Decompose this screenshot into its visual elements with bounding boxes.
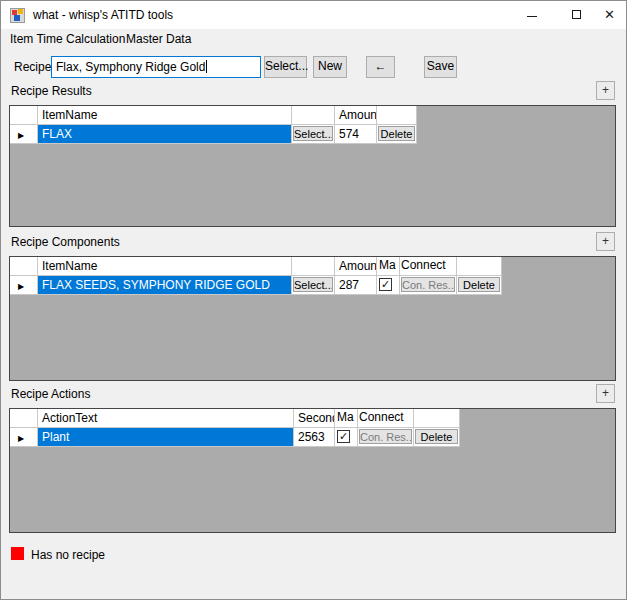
results-delete-button[interactable]: Delete: [378, 126, 415, 141]
components-delete-cell: Delete: [457, 276, 502, 295]
actions-header-actiontext[interactable]: ActionText: [38, 409, 294, 428]
actions-delete-button[interactable]: Delete: [415, 429, 458, 444]
results-delete-cell: Delete: [377, 125, 417, 144]
add-component-button[interactable]: +: [596, 232, 615, 251]
results-grid: ItemName Amount ▶ FLAX Select... 574 Del…: [9, 105, 616, 227]
close-icon: ✕: [604, 7, 615, 22]
results-select-cell: Select...: [292, 125, 335, 144]
minimize-button[interactable]: [509, 1, 554, 29]
actions-header-row: ActionText Seconds Ma Connect: [10, 409, 615, 428]
menu-bar: Item Time Calculation Master Data: [1, 29, 626, 50]
components-grid: ItemName Amount Ma Connect ▶ FLAX SEEDS,…: [9, 256, 616, 381]
window-title: what - whisp's ATITD tools: [33, 8, 173, 22]
row-arrow-icon: ▶: [18, 282, 24, 291]
legend-color-swatch: [11, 547, 24, 560]
results-itemname-cell[interactable]: FLAX: [38, 125, 292, 144]
close-button[interactable]: ✕: [591, 1, 627, 29]
app-icon: [10, 8, 25, 23]
results-select-button[interactable]: Select...: [293, 126, 333, 141]
results-header-select[interactable]: [292, 106, 335, 125]
components-itemname-cell[interactable]: FLAX SEEDS, SYMPHONY RIDGE GOLD: [38, 276, 292, 295]
actions-row: ▶ Plant 2563 ✓ Con. Res... Delete: [10, 428, 615, 447]
checked-checkbox[interactable]: ✓: [337, 430, 350, 443]
components-row-selector[interactable]: ▶: [10, 276, 38, 295]
components-header-select[interactable]: [292, 257, 335, 276]
results-row-selector[interactable]: ▶: [10, 125, 38, 144]
components-delete-button[interactable]: Delete: [458, 277, 500, 292]
actions-connect-cell: Con. Res...: [358, 428, 414, 447]
results-header-amount[interactable]: Amount: [335, 106, 377, 125]
results-header-delete[interactable]: [377, 106, 417, 125]
checked-checkbox[interactable]: ✓: [379, 278, 392, 291]
actions-header-delete[interactable]: [414, 409, 460, 428]
title-bar: what - whisp's ATITD tools ✕: [1, 1, 626, 29]
maximize-icon: [572, 10, 581, 19]
components-connect-button[interactable]: Con. Res....: [401, 277, 455, 292]
recipe-name-input[interactable]: Flax, Symphony Ridge Gold: [51, 56, 261, 78]
actions-row-selector[interactable]: ▶: [10, 428, 38, 447]
actions-seconds-cell[interactable]: 2563: [294, 428, 335, 447]
actions-actiontext-cell[interactable]: Plant: [38, 428, 294, 447]
save-button[interactable]: Save: [424, 56, 457, 78]
components-header-itemname[interactable]: ItemName: [38, 257, 292, 276]
add-result-button[interactable]: +: [596, 81, 615, 100]
minimize-icon: [527, 16, 537, 17]
actions-header-ma[interactable]: Ma: [335, 409, 358, 428]
recipe-select-button[interactable]: Select...: [264, 56, 307, 78]
results-amount-cell[interactable]: 574: [335, 125, 377, 144]
components-header-amount[interactable]: Amount: [335, 257, 377, 276]
components-header-ma[interactable]: Ma: [377, 257, 400, 276]
results-header-itemname[interactable]: ItemName: [38, 106, 292, 125]
menu-master-data[interactable]: Master Data: [126, 32, 191, 48]
recipe-label: Recipe: [14, 60, 51, 74]
actions-grid: ActionText Seconds Ma Connect ▶ Plant 25…: [9, 408, 616, 533]
components-header-delete[interactable]: [457, 257, 502, 276]
results-row: ▶ FLAX Select... 574 Delete: [10, 125, 615, 144]
section-title-results: Recipe Results: [11, 84, 92, 98]
components-connect-cell: Con. Res....: [400, 276, 457, 295]
actions-connect-button[interactable]: Con. Res...: [359, 429, 412, 444]
menu-item-time-calculation[interactable]: Item Time Calculation: [10, 32, 125, 48]
results-header-row: ItemName Amount: [10, 106, 615, 125]
actions-header-connect[interactable]: Connect: [358, 409, 414, 428]
back-arrow-button[interactable]: ←: [366, 56, 395, 78]
text-caret: [206, 60, 207, 73]
section-title-actions: Recipe Actions: [11, 387, 90, 401]
actions-header-seconds[interactable]: Seconds: [294, 409, 335, 428]
components-ma-cell: ✓: [377, 276, 400, 295]
new-recipe-button[interactable]: New: [313, 56, 347, 78]
add-action-button[interactable]: +: [596, 384, 615, 403]
components-row: ▶ FLAX SEEDS, SYMPHONY RIDGE GOLD Select…: [10, 276, 615, 295]
recipe-input-value: Flax, Symphony Ridge Gold: [56, 60, 205, 74]
legend-label: Has no recipe: [31, 548, 105, 562]
section-title-components: Recipe Components: [11, 235, 120, 249]
row-arrow-icon: ▶: [18, 434, 24, 443]
results-header-selector: [10, 106, 38, 125]
app-window: what - whisp's ATITD tools ✕ Item Time C…: [0, 0, 627, 600]
components-select-cell: Select...: [292, 276, 335, 295]
components-amount-cell[interactable]: 287: [335, 276, 377, 295]
components-header-connect[interactable]: Connect: [400, 257, 457, 276]
actions-header-selector: [10, 409, 38, 428]
components-header-selector: [10, 257, 38, 276]
actions-delete-cell: Delete: [414, 428, 460, 447]
components-select-button[interactable]: Select...: [293, 277, 333, 292]
components-header-row: ItemName Amount Ma Connect: [10, 257, 615, 276]
row-arrow-icon: ▶: [18, 131, 24, 140]
actions-ma-cell: ✓: [335, 428, 358, 447]
